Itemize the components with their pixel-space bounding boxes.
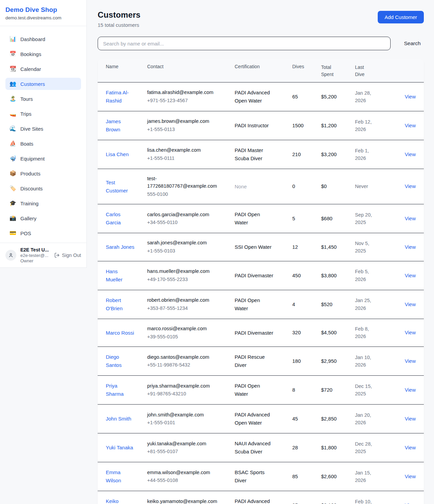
col-contact: Contact bbox=[143, 59, 231, 82]
sign-out-button[interactable]: Sign Out bbox=[54, 253, 81, 258]
sidebar-item-boats[interactable]: ⛵ Boats bbox=[5, 137, 81, 150]
view-customer-link[interactable]: View bbox=[405, 273, 416, 278]
sidebar-item-training[interactable]: 🎓 Training bbox=[5, 197, 81, 209]
customer-total-spent: $0 bbox=[317, 169, 351, 204]
customer-certification: PADI Divemaster bbox=[235, 272, 273, 280]
table-header: Name Contact Certification Dives Total S… bbox=[98, 59, 424, 82]
nav-label: Calendar bbox=[20, 66, 41, 72]
customer-certification: PADI Advanced Open Water bbox=[235, 411, 275, 427]
col-total-spent: Total Spent bbox=[317, 59, 351, 82]
customer-name-link[interactable]: James Brown bbox=[106, 117, 136, 134]
sidebar-item-trips[interactable]: 🚤 Trips bbox=[5, 108, 81, 120]
customer-certification: PADI Advanced Open Water bbox=[235, 497, 275, 504]
view-customer-link[interactable]: View bbox=[405, 94, 416, 99]
sidebar-item-bookings[interactable]: 📅 Bookings bbox=[5, 48, 81, 60]
sidebar-item-products[interactable]: 📦 Products bbox=[5, 167, 81, 180]
customer-total-spent: $680 bbox=[317, 204, 351, 233]
customer-email: priya.sharma@example.com bbox=[147, 382, 222, 390]
customer-dives: 320 bbox=[288, 319, 317, 347]
view-customer-link[interactable]: View bbox=[405, 502, 416, 504]
customer-certification: None bbox=[235, 183, 247, 191]
nav-label: Products bbox=[20, 171, 40, 176]
user-role: Owner bbox=[20, 258, 50, 263]
customer-name-link[interactable]: Hans Mueller bbox=[106, 267, 136, 284]
customer-row: Marco Rossi marco.rossi@example.com +39-… bbox=[98, 319, 424, 347]
view-customer-link[interactable]: View bbox=[405, 301, 416, 307]
sidebar-item-pos[interactable]: 💳 POS bbox=[5, 227, 81, 239]
search-button[interactable]: Search bbox=[401, 38, 424, 49]
view-customer-link[interactable]: View bbox=[405, 445, 416, 450]
customer-dives: 1500 bbox=[288, 111, 317, 140]
customer-last-dive: Feb 1, 2026 bbox=[355, 147, 377, 162]
col-last-dive: Last Dive bbox=[351, 59, 388, 82]
view-customer-link[interactable]: View bbox=[405, 387, 416, 393]
nav-icon: 📦 bbox=[9, 171, 16, 176]
customer-certification: BSAC Sports Diver bbox=[235, 468, 275, 485]
customer-row: Diego Santos diego.santos@example.com +5… bbox=[98, 347, 424, 376]
customer-name-link[interactable]: Diego Santos bbox=[106, 353, 136, 369]
view-customer-link[interactable]: View bbox=[405, 151, 416, 157]
customer-name-link[interactable]: John Smith bbox=[106, 415, 131, 423]
customer-name-link[interactable]: Emma Wilson bbox=[106, 468, 136, 485]
nav-icon: 🏝️ bbox=[9, 96, 16, 101]
customer-certification: NAUI Advanced Scuba Diver bbox=[235, 440, 275, 456]
customer-row: Priya Sharma priya.sharma@example.com +9… bbox=[98, 376, 424, 405]
nav-label: Tours bbox=[20, 96, 33, 102]
customer-last-dive: Nov 5, 2025 bbox=[355, 240, 377, 255]
nav-icon: 📅 bbox=[9, 51, 16, 57]
search-input[interactable] bbox=[98, 37, 391, 50]
customer-name-link[interactable]: Marco Rossi bbox=[106, 329, 134, 337]
view-customer-link[interactable]: View bbox=[405, 473, 416, 479]
customer-total-spent: $2,850 bbox=[317, 405, 351, 433]
customer-dives: 85 bbox=[288, 462, 317, 491]
view-customer-link[interactable]: View bbox=[405, 416, 416, 422]
view-customer-link[interactable]: View bbox=[405, 123, 416, 128]
customer-row: Emma Wilson emma.wilson@example.com +44-… bbox=[98, 462, 424, 491]
view-customer-link[interactable]: View bbox=[405, 330, 416, 335]
customer-name-link[interactable]: Sarah Jones bbox=[106, 243, 134, 251]
sidebar-item-customers[interactable]: 👥 Customers bbox=[5, 78, 81, 90]
customer-phone: +1-555-0113 bbox=[147, 126, 226, 133]
user-icon bbox=[8, 252, 14, 258]
customer-email: sarah.jones@example.com bbox=[147, 239, 222, 247]
customer-name-link[interactable]: Yuki Tanaka bbox=[106, 444, 133, 452]
nav-icon: 📆 bbox=[9, 66, 16, 72]
sidebar-item-tours[interactable]: 🏝️ Tours bbox=[5, 93, 81, 105]
view-customer-link[interactable]: View bbox=[405, 216, 416, 221]
user-email: e2e-tester@... bbox=[20, 253, 50, 258]
view-customer-link[interactable]: View bbox=[405, 244, 416, 250]
customer-email: diego.santos@example.com bbox=[147, 354, 222, 361]
customer-dives: 65 bbox=[288, 82, 317, 111]
customer-name-link[interactable]: Carlos Garcia bbox=[106, 210, 136, 227]
customer-phone: +1-555-0103 bbox=[147, 247, 226, 255]
customer-phone: +44-555-0108 bbox=[147, 477, 226, 484]
view-customer-link[interactable]: View bbox=[405, 358, 416, 364]
customer-last-dive: Jan 25, 2026 bbox=[355, 297, 377, 312]
shop-name: Demo Dive Shop bbox=[5, 6, 81, 14]
sidebar-item-equipment[interactable]: 🤿 Equipment bbox=[5, 152, 81, 165]
customer-email: robert.obrien@example.com bbox=[147, 297, 222, 304]
sidebar-item-calendar[interactable]: 📆 Calendar bbox=[5, 63, 81, 75]
add-customer-button[interactable]: Add Customer bbox=[378, 11, 424, 23]
customer-name-link[interactable]: Lisa Chen bbox=[106, 150, 129, 158]
sidebar-item-dashboard[interactable]: 📊 Dashboard bbox=[5, 33, 81, 45]
sidebar-nav: 📊 Dashboard 📅 Bookings 📆 Calendar 👥 Cust… bbox=[0, 26, 86, 243]
nav-icon: 💳 bbox=[9, 230, 16, 236]
customer-row: Lisa Chen lisa.chen@example.com +1-555-0… bbox=[98, 140, 424, 169]
nav-label: Trips bbox=[20, 111, 32, 117]
customer-name-link[interactable]: Test Customer bbox=[106, 179, 136, 195]
customer-phone: +353-87-555-1234 bbox=[147, 305, 226, 312]
sidebar-item-discounts[interactable]: 🏷️ Discounts bbox=[5, 182, 81, 194]
customer-name-link[interactable]: Fatima Al-Rashid bbox=[106, 89, 136, 105]
user-panel: E2E Test U... e2e-tester@... Owner Sign … bbox=[0, 243, 86, 267]
customer-name-link[interactable]: Priya Sharma bbox=[106, 382, 136, 398]
customer-name-link[interactable]: Keiko Yamamoto bbox=[106, 497, 136, 504]
customer-total-spent: $1,450 bbox=[317, 233, 351, 261]
customer-name-link[interactable]: Robert O'Brien bbox=[106, 296, 136, 313]
customer-last-dive: Jan 28, 2026 bbox=[355, 89, 377, 105]
nav-icon: 🎓 bbox=[9, 201, 16, 206]
sidebar-item-dive-sites[interactable]: 🌊 Dive Sites bbox=[5, 123, 81, 135]
view-customer-link[interactable]: View bbox=[405, 183, 416, 189]
sidebar-item-gallery[interactable]: 📸 Gallery bbox=[5, 212, 81, 224]
user-info: E2E Test U... e2e-tester@... Owner bbox=[20, 247, 50, 263]
